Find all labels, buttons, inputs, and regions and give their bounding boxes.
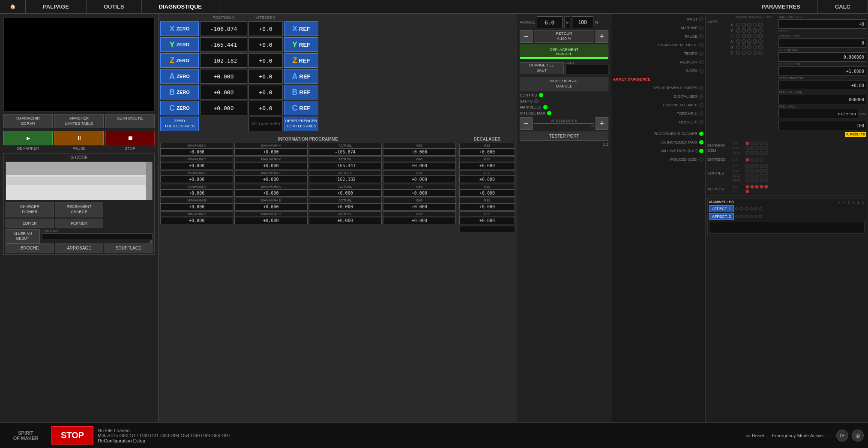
suivi-outil-button[interactable]: SUIVI D'OUTIL (105, 114, 155, 128)
rafraichir-button[interactable]: RAFRAICHIRECRAN (3, 114, 53, 128)
charger-fichier-button[interactable]: CHARGERFICHIER (6, 202, 54, 217)
manivelle-label: MANIVELLE (520, 105, 542, 109)
b-zero-button[interactable]: B ZERO (160, 85, 199, 99)
nav-outils[interactable]: OUTILS (87, 0, 142, 13)
g92-z-val: +0.000 (383, 176, 456, 183)
stop-button[interactable]: ⏹ (105, 131, 155, 145)
changer-saut-button[interactable]: CHANGER LESAUT (520, 62, 564, 74)
x-origine-dot (747, 23, 751, 27)
a-ref-button[interactable]: A REF (284, 69, 318, 84)
z-ref-letter: Z (293, 56, 297, 65)
nav-calc[interactable]: CALC (818, 0, 868, 13)
pouces-row: POUCES (G20) (613, 156, 703, 163)
deplacement-button[interactable]: DEPLACEMENTMANUEL (520, 45, 608, 59)
z-letter: Z (170, 56, 174, 65)
deref-button[interactable]: DEREFERENCERTOUS LES AXES (284, 117, 318, 131)
b-zero-label: ZERO (177, 90, 190, 95)
nav-parametres[interactable]: PARAMETRES (745, 0, 818, 13)
c-ref-button[interactable]: C REF (284, 101, 318, 115)
nav-home[interactable]: 🏠 (0, 0, 26, 13)
mode-depl-button[interactable]: MODE DEPLAC.MANUEL (520, 77, 608, 91)
pret-row: PRET (613, 15, 703, 23)
b-ref-label: REF (299, 89, 311, 96)
estop-button[interactable]: STOP (51, 426, 93, 445)
gcode-text-area[interactable] (6, 162, 153, 200)
x-zero-button[interactable]: X ZERO (160, 21, 199, 36)
decalages-block: DECALAGES G92 +0.000 G92 +0.000 (459, 137, 515, 233)
c-zero-button[interactable]: C ZERO (160, 101, 199, 115)
vitesse-header: VITESSE X (248, 15, 283, 20)
broche-button[interactable]: BROCHE (6, 244, 54, 253)
z-jog-plus-dot (753, 34, 757, 38)
far-right-panel: AXES MAX MIN ORIGINE JOG + JOG X (705, 14, 868, 422)
frec-max-row: externa NMZ (778, 109, 866, 118)
history-icon[interactable]: ⟳ (836, 430, 848, 442)
min-x-val: +0.000 (160, 148, 233, 156)
decalages-row-b: G92 +0.000 (459, 198, 515, 210)
demarrer-button[interactable]: ▶ (3, 131, 53, 145)
y-ref-label: REF (299, 42, 310, 48)
retour-button[interactable]: RETOURA 100 % (534, 30, 594, 43)
arret-label: ARRET D'URGENCE (613, 77, 650, 81)
x-jog-dot (758, 23, 763, 27)
sorties-dot-17 (750, 178, 754, 182)
z-min-dot (742, 34, 746, 38)
axis-table: POSITION X VITESSE X X ZERO -106.874 +0.… (160, 15, 515, 131)
axes-dots-section: MAX MIN ORIGINE JOG + JOG X Y (730, 15, 772, 55)
editer-button[interactable]: EDITER (6, 219, 54, 228)
a-max-dot (736, 39, 740, 44)
sorties-dot-13 (755, 174, 759, 177)
taille-outil-label: TAILLE DU TOUL (778, 15, 866, 18)
trash-icon[interactable]: 🗑 (852, 430, 864, 442)
a-min-dot (742, 39, 746, 44)
minus-button[interactable]: − (520, 30, 533, 43)
vitesse-max-row: VITESSE MAX (520, 111, 608, 115)
vitesse-plus-button[interactable]: + (596, 117, 608, 130)
y-ref-button[interactable]: Y REF (284, 37, 318, 52)
marche-led (699, 26, 703, 30)
y-zero-button[interactable]: Y ZERO (160, 37, 199, 52)
y-origine-dot (747, 28, 751, 33)
bottom-icons: ⟳ 🗑 (836, 430, 864, 442)
min-z-label: MINIMUM Z (160, 170, 233, 176)
vitesse-minus-button[interactable]: − (520, 117, 533, 130)
max-x-label: MAXIMUM X (234, 143, 307, 148)
affect1-button[interactable]: AFFECT. 1 (709, 205, 734, 212)
y-zero-label: ZERO (177, 42, 190, 47)
entrees-label: ENTREES (707, 157, 731, 162)
aller-debut-button[interactable]: ALLER AUDEBUT (6, 229, 40, 244)
palpeur-row: PALPEUR (613, 58, 703, 66)
min-x-label: MINIMUM X (160, 143, 233, 148)
arrosage-button[interactable]: ARROSAGE (55, 244, 103, 253)
a-zero-button[interactable]: A ZERO (160, 69, 199, 84)
nav-diagnostique[interactable]: DIAGNOSTIQUE (142, 0, 219, 13)
fermer-button[interactable]: FERMER (55, 219, 103, 228)
actives-row-6: 6 (733, 189, 768, 193)
pret-led (699, 17, 703, 21)
manivelles-input[interactable] (709, 222, 865, 234)
z-position-value: -102.182 (200, 53, 247, 68)
torche1-label: TORCHE ① (613, 111, 697, 116)
sorties-range-1-5: 1-5 (733, 165, 745, 168)
sorties-dot-20 (764, 178, 768, 182)
z-ref-button[interactable]: Z REF (284, 53, 318, 68)
afficher-limites-button[interactable]: AFFICHERLIMITES TABLE (54, 114, 104, 128)
ijk-led (699, 140, 703, 144)
recemment-charge-button[interactable]: RECEMMENTCHARGE (55, 202, 103, 217)
oem-dot-4 (760, 141, 763, 145)
x-ref-button[interactable]: X REF (284, 21, 318, 36)
b-letter: B (169, 88, 175, 97)
affect2-button[interactable]: AFFECT. 2 (709, 213, 734, 220)
zero-all-button[interactable]: ZEROTOUS LES AXES (160, 117, 199, 131)
plus-button[interactable]: + (596, 30, 608, 43)
vitesse-pct: % (534, 124, 594, 128)
tester-port-button[interactable]: TESTER PORT (520, 132, 608, 141)
soufflage-button[interactable]: SOUFFLAGE (105, 244, 153, 253)
c-max-dot (736, 51, 740, 55)
nav-palpage[interactable]: PALPAGE (26, 0, 87, 13)
g92-y-label: G92 (383, 156, 456, 162)
z-zero-button[interactable]: Z ZERO (160, 53, 199, 68)
torche-allumee-row: TORCHE ALLUMEE (613, 101, 703, 109)
pause-button[interactable]: ⏸ (54, 131, 104, 145)
b-ref-button[interactable]: B REF (284, 85, 318, 99)
